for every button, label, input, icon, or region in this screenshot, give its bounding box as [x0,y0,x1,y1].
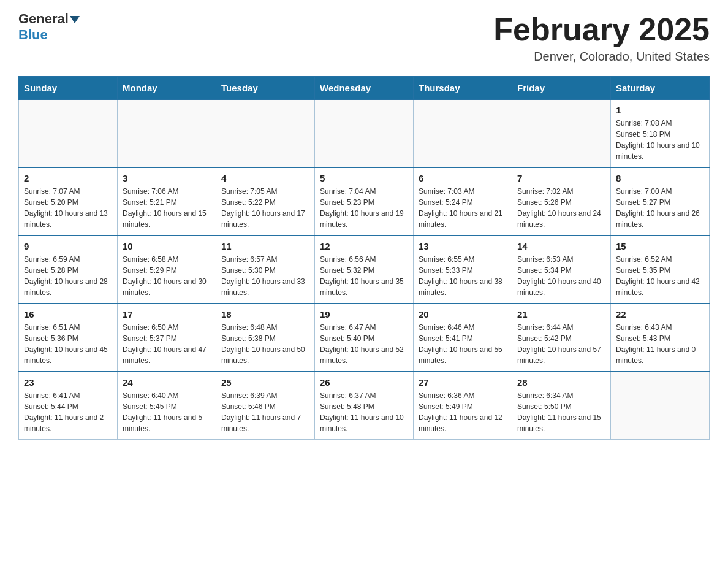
day-header-sunday: Sunday [19,77,118,100]
day-number: 17 [123,309,211,320]
day-number: 27 [419,377,507,388]
calendar-cell: 2Sunrise: 7:07 AMSunset: 5:20 PMDaylight… [19,167,118,236]
calendar-cell: 11Sunrise: 6:57 AMSunset: 5:30 PMDayligh… [216,236,315,304]
calendar-cell: 23Sunrise: 6:41 AMSunset: 5:44 PMDayligh… [19,372,118,440]
calendar-cell [216,100,315,168]
calendar-cell: 7Sunrise: 7:02 AMSunset: 5:26 PMDaylight… [512,167,611,236]
day-number: 23 [24,377,112,388]
calendar-cell: 15Sunrise: 6:52 AMSunset: 5:35 PMDayligh… [611,236,710,304]
day-header-saturday: Saturday [611,77,710,100]
calendar-cell: 28Sunrise: 6:34 AMSunset: 5:50 PMDayligh… [512,372,611,440]
day-info: Sunrise: 7:02 AMSunset: 5:26 PMDaylight:… [517,186,605,230]
day-header-friday: Friday [512,77,611,100]
week-row-2: 2Sunrise: 7:07 AMSunset: 5:20 PMDaylight… [19,167,710,236]
week-row-5: 23Sunrise: 6:41 AMSunset: 5:44 PMDayligh… [19,372,710,440]
calendar-cell: 1Sunrise: 7:08 AMSunset: 5:18 PMDaylight… [611,100,710,168]
day-number: 3 [123,173,211,183]
day-number: 12 [320,241,408,251]
day-info: Sunrise: 6:59 AMSunset: 5:28 PMDaylight:… [24,254,112,298]
week-row-4: 16Sunrise: 6:51 AMSunset: 5:36 PMDayligh… [19,304,710,372]
day-info: Sunrise: 6:56 AMSunset: 5:32 PMDaylight:… [320,254,408,298]
day-number: 24 [123,377,211,388]
calendar-table: SundayMondayTuesdayWednesdayThursdayFrid… [18,76,710,440]
calendar-cell: 22Sunrise: 6:43 AMSunset: 5:43 PMDayligh… [611,304,710,372]
day-info: Sunrise: 6:53 AMSunset: 5:34 PMDaylight:… [517,254,605,298]
day-header-monday: Monday [118,77,216,100]
title-area: February 2025 Denver, Colorado, United S… [493,12,710,64]
day-number: 20 [419,309,507,320]
calendar-cell: 6Sunrise: 7:03 AMSunset: 5:24 PMDaylight… [414,167,512,236]
day-number: 15 [616,241,704,251]
day-number: 26 [320,377,408,388]
calendar-cell: 5Sunrise: 7:04 AMSunset: 5:23 PMDaylight… [315,167,414,236]
calendar-cell [414,100,512,168]
day-info: Sunrise: 6:50 AMSunset: 5:37 PMDaylight:… [123,322,211,366]
logo-line1: General [18,12,80,26]
day-info: Sunrise: 6:34 AMSunset: 5:50 PMDaylight:… [517,390,605,434]
day-info: Sunrise: 7:07 AMSunset: 5:20 PMDaylight:… [24,186,112,230]
day-info: Sunrise: 6:44 AMSunset: 5:42 PMDaylight:… [517,322,605,366]
calendar-cell: 21Sunrise: 6:44 AMSunset: 5:42 PMDayligh… [512,304,611,372]
day-header-tuesday: Tuesday [216,77,315,100]
day-info: Sunrise: 6:57 AMSunset: 5:30 PMDaylight:… [221,254,309,298]
day-number: 22 [616,309,704,320]
day-number: 2 [24,173,112,183]
day-number: 21 [517,309,605,320]
day-info: Sunrise: 6:41 AMSunset: 5:44 PMDaylight:… [24,390,112,434]
calendar-cell [118,100,216,168]
day-number: 1 [616,105,704,115]
calendar-cell: 16Sunrise: 6:51 AMSunset: 5:36 PMDayligh… [19,304,118,372]
day-info: Sunrise: 6:36 AMSunset: 5:49 PMDaylight:… [419,390,507,434]
calendar-cell: 18Sunrise: 6:48 AMSunset: 5:38 PMDayligh… [216,304,315,372]
day-number: 7 [517,173,605,183]
day-info: Sunrise: 6:55 AMSunset: 5:33 PMDaylight:… [419,254,507,298]
day-info: Sunrise: 6:39 AMSunset: 5:46 PMDaylight:… [221,390,309,434]
day-info: Sunrise: 7:08 AMSunset: 5:18 PMDaylight:… [616,118,704,162]
day-header-thursday: Thursday [414,77,512,100]
day-header-wednesday: Wednesday [315,77,414,100]
logo: General Blue [18,12,80,43]
day-number: 19 [320,309,408,320]
calendar-cell: 10Sunrise: 6:58 AMSunset: 5:29 PMDayligh… [118,236,216,304]
calendar-cell: 26Sunrise: 6:37 AMSunset: 5:48 PMDayligh… [315,372,414,440]
day-number: 9 [24,241,112,251]
calendar-cell: 13Sunrise: 6:55 AMSunset: 5:33 PMDayligh… [414,236,512,304]
calendar-cell: 3Sunrise: 7:06 AMSunset: 5:21 PMDaylight… [118,167,216,236]
day-info: Sunrise: 6:51 AMSunset: 5:36 PMDaylight:… [24,322,112,366]
calendar-cell: 12Sunrise: 6:56 AMSunset: 5:32 PMDayligh… [315,236,414,304]
calendar-cell: 8Sunrise: 7:00 AMSunset: 5:27 PMDaylight… [611,167,710,236]
day-number: 8 [616,173,704,183]
calendar-cell: 9Sunrise: 6:59 AMSunset: 5:28 PMDaylight… [19,236,118,304]
calendar-cell: 20Sunrise: 6:46 AMSunset: 5:41 PMDayligh… [414,304,512,372]
calendar-cell: 24Sunrise: 6:40 AMSunset: 5:45 PMDayligh… [118,372,216,440]
day-number: 11 [221,241,309,251]
day-info: Sunrise: 6:52 AMSunset: 5:35 PMDaylight:… [616,254,704,298]
day-number: 5 [320,173,408,183]
day-number: 25 [221,377,309,388]
calendar-cell: 25Sunrise: 6:39 AMSunset: 5:46 PMDayligh… [216,372,315,440]
day-number: 4 [221,173,309,183]
calendar-title: February 2025 [493,12,710,47]
day-number: 28 [517,377,605,388]
day-info: Sunrise: 7:06 AMSunset: 5:21 PMDaylight:… [123,186,211,230]
day-info: Sunrise: 7:00 AMSunset: 5:27 PMDaylight:… [616,186,704,230]
calendar-cell: 4Sunrise: 7:05 AMSunset: 5:22 PMDaylight… [216,167,315,236]
day-number: 13 [419,241,507,251]
day-info: Sunrise: 7:03 AMSunset: 5:24 PMDaylight:… [419,186,507,230]
day-info: Sunrise: 6:37 AMSunset: 5:48 PMDaylight:… [320,390,408,434]
calendar-cell: 14Sunrise: 6:53 AMSunset: 5:34 PMDayligh… [512,236,611,304]
calendar-cell [19,100,118,168]
day-number: 6 [419,173,507,183]
day-info: Sunrise: 6:43 AMSunset: 5:43 PMDaylight:… [616,322,704,366]
calendar-cell [512,100,611,168]
day-info: Sunrise: 6:47 AMSunset: 5:40 PMDaylight:… [320,322,408,366]
calendar-cell [315,100,414,168]
day-info: Sunrise: 6:58 AMSunset: 5:29 PMDaylight:… [123,254,211,298]
day-info: Sunrise: 6:48 AMSunset: 5:38 PMDaylight:… [221,322,309,366]
day-number: 18 [221,309,309,320]
week-row-1: 1Sunrise: 7:08 AMSunset: 5:18 PMDaylight… [19,100,710,168]
day-info: Sunrise: 6:40 AMSunset: 5:45 PMDaylight:… [123,390,211,434]
calendar-cell [611,372,710,440]
logo-line2: Blue [18,27,48,43]
day-info: Sunrise: 6:46 AMSunset: 5:41 PMDaylight:… [419,322,507,366]
